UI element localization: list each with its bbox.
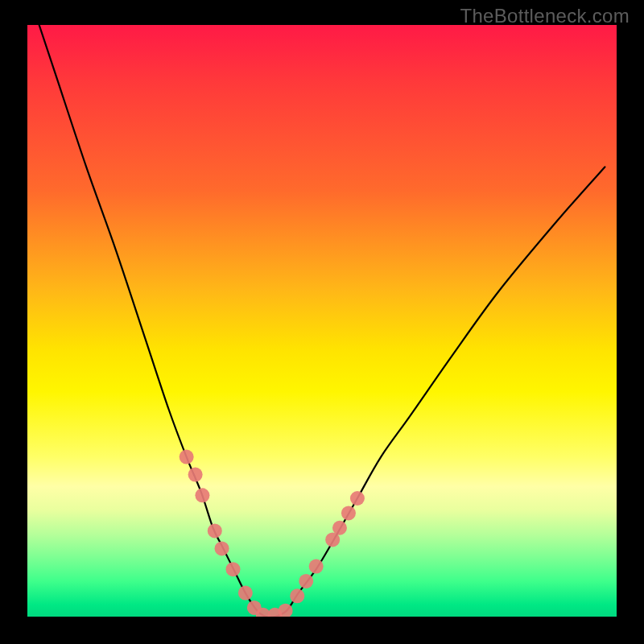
outer-frame: TheBottleneck.com xyxy=(0,0,644,644)
chart-svg xyxy=(27,25,617,617)
marker-dot xyxy=(215,541,229,555)
bottleneck-curve xyxy=(39,25,605,617)
marker-dot xyxy=(309,559,324,574)
marker-dot xyxy=(290,588,304,603)
marker-dot xyxy=(299,574,313,588)
watermark-text: TheBottleneck.com xyxy=(460,5,630,27)
plot-area xyxy=(27,25,617,617)
marker-dot xyxy=(238,586,253,601)
marker-dot xyxy=(208,523,222,538)
marker-dot xyxy=(225,562,240,576)
marker-dot xyxy=(180,450,194,464)
marker-dot xyxy=(195,488,209,502)
marker-dot xyxy=(350,491,365,506)
marker-dot xyxy=(332,521,347,535)
marker-dot xyxy=(188,468,203,482)
highlight-markers xyxy=(180,450,365,617)
marker-dot xyxy=(341,506,356,520)
